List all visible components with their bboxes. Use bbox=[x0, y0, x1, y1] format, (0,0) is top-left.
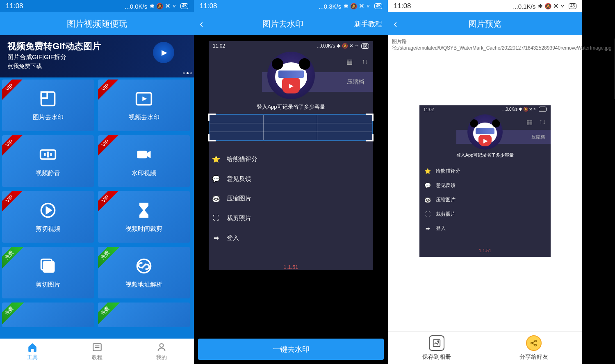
remove-watermark-button[interactable]: 一键去水印 bbox=[198, 339, 384, 360]
feedback-icon: 💬 bbox=[424, 182, 431, 189]
share-button[interactable]: 分享给好友 bbox=[485, 332, 582, 364]
svg-marker-3 bbox=[142, 96, 147, 101]
svg-point-15 bbox=[160, 344, 164, 347]
page-header: ‹ 图片预览 bbox=[388, 12, 582, 35]
tile-video-time-crop[interactable]: VIP 视频时间裁剪 bbox=[98, 191, 190, 243]
carousel-dots[interactable] bbox=[183, 72, 192, 74]
login-icon: ➡ bbox=[424, 225, 431, 232]
crop-selection[interactable] bbox=[209, 114, 373, 141]
phone-screen-3: 11:08 ...0.1K/s ✱ 🔕 ✕ ᯤ 46 ‹ 图片预览 图片路径:/… bbox=[388, 0, 582, 364]
tab-tutorial[interactable]: 教程 bbox=[65, 339, 130, 364]
login-icon: ➡ bbox=[212, 234, 220, 242]
share-label: 分享给好友 bbox=[519, 353, 548, 361]
tile-cut-image[interactable]: 免费 剪切图片 bbox=[2, 247, 94, 298]
editor-body: 11:02 ...0.0K/s ✱ 🔕 ✕ ᯤ 68 ▦ ↑↓ 压缩档 登入Ap… bbox=[194, 35, 388, 334]
svg-marker-6 bbox=[147, 150, 150, 158]
back-button[interactable]: ‹ bbox=[200, 18, 211, 30]
svg-line-22 bbox=[532, 343, 535, 344]
tile-image-watermark[interactable]: VIP 图片去水印 bbox=[2, 80, 94, 131]
svg-line-21 bbox=[532, 341, 535, 342]
play-circle-icon bbox=[39, 201, 57, 219]
image-path: 图片路径:/storage/emulated/0/QSYB_WaterMark_… bbox=[392, 39, 611, 51]
status-time: 11:08 bbox=[200, 2, 217, 10]
link-icon bbox=[135, 257, 153, 275]
tile-cut-video[interactable]: VIP 剪切视频 bbox=[2, 191, 94, 243]
phone-screen-2: 11:08 ...0.3K/s ✱ 🔕 ✕ ᯤ 45 ‹ 图片去水印 新手教程 … bbox=[194, 0, 388, 364]
save-button[interactable]: 保存到相册 bbox=[388, 332, 485, 364]
source-screenshot: 11:02 ...0.0K/s ✱ 🔕 ✕ ᯤ 68 ▦ ↑↓ 压缩档 登入Ap… bbox=[209, 41, 373, 270]
battery-level: 45 bbox=[180, 3, 188, 9]
grid-icon: ▦ bbox=[346, 58, 353, 66]
status-time: 11:08 bbox=[394, 2, 411, 10]
panda-avatar bbox=[267, 52, 315, 99]
vip-badge: VIP bbox=[2, 191, 24, 213]
inner-menu: ⭐给熊猫评分 💬意见反馈 🐼压缩图片 ⛶裁剪照片 ➡登入 bbox=[419, 164, 551, 236]
crop-icon: ⛶ bbox=[424, 211, 431, 218]
menu-compress: 🐼压缩图片 bbox=[422, 193, 548, 207]
tile-label: 视频时间裁剪 bbox=[125, 225, 162, 233]
status-time: 11:08 bbox=[6, 2, 23, 10]
menu-login: ➡登入 bbox=[422, 221, 548, 236]
app-title: 图片视频随便玩 bbox=[67, 18, 127, 30]
compress-icon: 🐼 bbox=[424, 197, 431, 203]
vip-badge: VIP bbox=[2, 80, 24, 102]
tutorial-link[interactable]: 新手教程 bbox=[354, 19, 382, 29]
login-tip: 登入App可记录省了多少容量 bbox=[257, 103, 325, 111]
home-icon bbox=[27, 342, 38, 353]
battery-level: 45 bbox=[374, 3, 382, 9]
status-bar: 11:08 ...0.1K/s ✱ 🔕 ✕ ᯤ 46 bbox=[388, 0, 582, 12]
svg-rect-5 bbox=[137, 150, 147, 158]
video-icon bbox=[135, 90, 153, 108]
crop-handle-tr[interactable] bbox=[366, 114, 374, 121]
camera-icon bbox=[135, 146, 153, 164]
promo-banner[interactable]: 视频免费转GIf动态图片 图片合成GIF|GIF拆分 点我免费下载 bbox=[0, 35, 194, 77]
version-label: 1.1.51 bbox=[419, 248, 551, 253]
sort-icon: ↑↓ bbox=[539, 118, 546, 125]
status-icons: ✱ 🔕 ✕ ᯤ bbox=[344, 3, 372, 9]
free-badge: 免费 bbox=[98, 303, 120, 325]
user-icon bbox=[156, 342, 167, 353]
tab-mine[interactable]: 我的 bbox=[129, 339, 194, 364]
tile-video-url-parse[interactable]: 免费 视频地址解析 bbox=[98, 247, 190, 298]
tab-tools[interactable]: 工具 bbox=[0, 339, 65, 364]
free-badge: 免费 bbox=[98, 247, 120, 270]
vip-badge: VIP bbox=[98, 135, 120, 157]
login-tip: 登入App可记录省了多少容量 bbox=[456, 152, 514, 158]
tile-video-mute[interactable]: VIP 视频静音 bbox=[2, 135, 94, 187]
tile-watermark-video[interactable]: VIP 水印视频 bbox=[98, 135, 190, 187]
tile-partial-1[interactable]: 免费 bbox=[2, 303, 94, 327]
menu-crop: ⛶裁剪照片 bbox=[209, 208, 373, 228]
back-button[interactable]: ‹ bbox=[394, 18, 405, 30]
crop-handle-bl[interactable] bbox=[208, 134, 216, 141]
crop-handle-tl[interactable] bbox=[208, 114, 216, 121]
inner-status-bar: 11:02 ...0.0K/s ✱ 🔕 ✕ ᯤ 68 bbox=[419, 105, 551, 114]
inner-time: 11:02 bbox=[213, 43, 225, 49]
free-badge: 免费 bbox=[2, 303, 24, 325]
crop-icon: ⛶ bbox=[212, 214, 220, 222]
compress-icon: 🐼 bbox=[212, 194, 220, 202]
tile-label: 视频去水印 bbox=[129, 114, 159, 121]
crop-handle-br[interactable] bbox=[366, 134, 374, 141]
image-icon bbox=[39, 90, 57, 108]
tile-video-watermark[interactable]: VIP 视频去水印 bbox=[98, 80, 190, 131]
tile-label: 水印视频 bbox=[132, 169, 156, 177]
svg-point-17 bbox=[437, 341, 439, 342]
result-image: 11:02 ...0.0K/s ✱ 🔕 ✕ ᯤ 68 ▦ ↑↓ 压缩档 登入Ap… bbox=[419, 105, 551, 257]
image-preview-area[interactable]: 11:02 ...0.0K/s ✱ 🔕 ✕ ᯤ 68 ▦ ↑↓ 压缩档 登入Ap… bbox=[388, 102, 582, 331]
status-bar: 11:08 ...0.0K/s ✱ 🔕 ✕ ᯤ 45 bbox=[0, 0, 194, 12]
tile-label: 剪切图片 bbox=[36, 281, 60, 289]
menu-rate: ⭐给熊猫评分 bbox=[422, 164, 548, 178]
vip-badge: VIP bbox=[2, 135, 24, 157]
menu-compress: 🐼压缩图片 bbox=[209, 189, 373, 208]
tile-label: 视频静音 bbox=[36, 169, 60, 177]
page-header: ‹ 图片去水印 新手教程 bbox=[194, 12, 388, 35]
inner-status-bar: 11:02 ...0.0K/s ✱ 🔕 ✕ ᯤ 68 bbox=[209, 41, 373, 51]
tile-partial-2[interactable]: 免费 bbox=[98, 303, 190, 327]
menu-login: ➡登入 bbox=[209, 228, 373, 248]
banner-line3: 点我免费下载 bbox=[7, 63, 187, 70]
vip-badge: VIP bbox=[98, 80, 120, 102]
page-title: 图片预览 bbox=[405, 18, 565, 30]
tile-label: 剪切视频 bbox=[36, 225, 60, 233]
hourglass-icon bbox=[135, 201, 153, 219]
list-icon bbox=[92, 342, 102, 353]
